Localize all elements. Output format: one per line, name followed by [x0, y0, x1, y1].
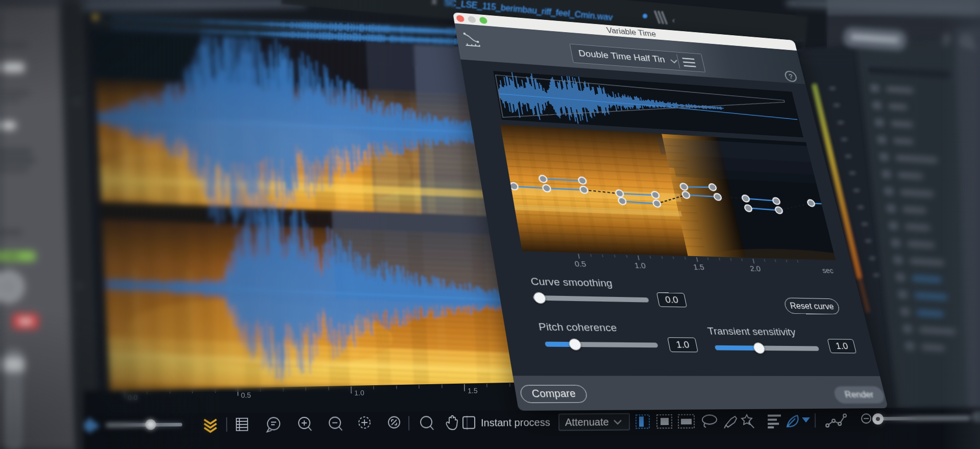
svg-text:0.5: 0.5: [241, 391, 251, 399]
svg-text:sec: sec: [821, 266, 835, 275]
svg-text:2.0: 2.0: [749, 264, 762, 273]
svg-text:1.5: 1.5: [468, 386, 478, 394]
svg-text:Instant process: Instant process: [481, 417, 550, 429]
svg-text:1.5: 1.5: [693, 263, 705, 271]
svg-text:1.0: 1.0: [634, 261, 647, 270]
svg-text:0.5: 0.5: [574, 260, 586, 268]
svg-text:Attenuate: Attenuate: [565, 416, 609, 428]
